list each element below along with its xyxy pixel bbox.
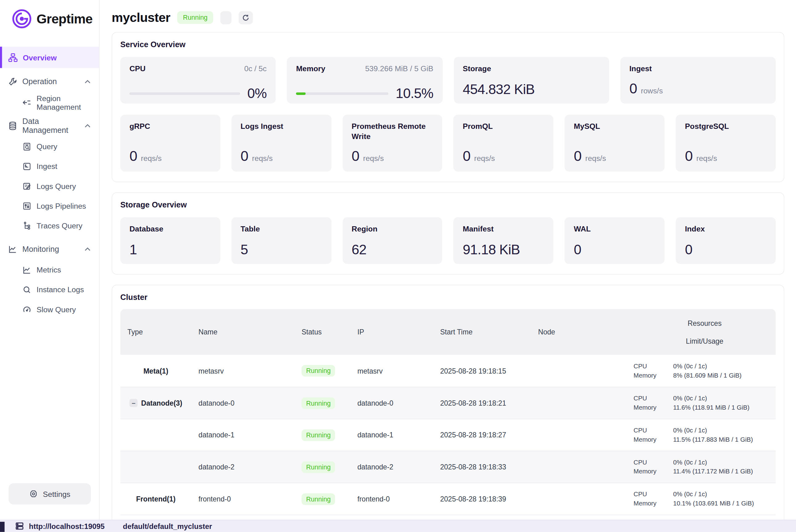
card-label: Ingest: [629, 63, 766, 74]
logs-ingest-card: Logs Ingest 0reqs/s: [231, 115, 331, 171]
table-card: Table 5: [231, 217, 331, 264]
cpu-card: CPU 0c / 5c 0%: [120, 57, 276, 103]
memory-percent: 10.5%: [396, 86, 433, 102]
sidebar-group-data-management[interactable]: Data Management: [0, 115, 99, 136]
card-value: 1: [130, 242, 211, 258]
row-start-time: 2025-08-28 19:18:27: [433, 431, 531, 439]
sidebar-item-metrics[interactable]: Metrics: [0, 260, 99, 280]
rate-unit: reqs/s: [585, 154, 606, 163]
memory-usage: 10.1% (103.691 MiB / 1 GiB): [673, 500, 776, 507]
region-card: Region 62: [342, 217, 442, 264]
row-resources: CPU 0% (0c / 1c) Memory 10.1% (103.691 M…: [626, 491, 776, 507]
sidebar-item-ingest[interactable]: Ingest: [0, 156, 99, 176]
rate-value: 0: [241, 148, 248, 165]
cpu-percent: 0%: [247, 86, 267, 102]
memory-label: Memory: [633, 436, 673, 443]
refresh-button[interactable]: [239, 11, 253, 24]
settings-label: Settings: [43, 490, 70, 498]
sidebar-item-instance-logs[interactable]: Instance Logs: [0, 280, 99, 299]
sidebar-item-label: Instance Logs: [37, 285, 84, 294]
table-bottom-divider: [120, 515, 776, 520]
sidebar-item-query[interactable]: Query: [0, 136, 99, 156]
card-label: Logs Ingest: [241, 121, 322, 132]
service-stat-row: CPU 0c / 5c 0% Memory 539.266 MiB / 5 Gi…: [120, 57, 776, 103]
service-rate-row: gRPC 0reqs/s Logs Ingest 0reqs/s Prometh…: [120, 115, 776, 171]
card-label: Prometheus Remote Write: [352, 121, 433, 142]
chevron-up-icon: [84, 123, 91, 129]
sidebar-item-logs-query[interactable]: Logs Query: [0, 176, 99, 196]
row-type: Frontend(1): [120, 495, 191, 503]
sidebar-item-label: Slow Query: [37, 305, 76, 314]
sidebar-group-monitoring[interactable]: Monitoring: [0, 239, 99, 260]
cpu-usage: 0% (0c / 1c): [673, 491, 776, 498]
sliders-icon: [22, 201, 32, 210]
sidebar-item-label: Logs Query: [37, 182, 76, 190]
row-type: Datanode(3): [141, 399, 182, 407]
card-value: 91.18 KiB: [463, 242, 545, 258]
sidebar-item-label: Ingest: [37, 162, 57, 170]
card-label: Table: [241, 224, 322, 234]
row-name: datanode-0: [191, 399, 295, 407]
card-label: CPU: [130, 63, 146, 74]
promql-card: PromQL 0reqs/s: [454, 115, 553, 171]
sidebar-item-region-management[interactable]: Region Management: [0, 93, 99, 112]
mysql-card: MySQL 0reqs/s: [565, 115, 665, 171]
sidebar-item-label: Traces Query: [37, 221, 83, 230]
cluster-title: mycluster: [112, 10, 170, 25]
memory-label: Memory: [633, 468, 673, 475]
rate-unit: reqs/s: [474, 154, 495, 163]
sidebar-item-logs-pipelines[interactable]: Logs Pipelines: [0, 196, 99, 216]
logs-query-icon: [22, 182, 32, 191]
card-label: Database: [130, 224, 211, 234]
cluster-table: Type Name Status IP Start Time Node Reso…: [120, 309, 776, 520]
traces-tree-icon: [22, 221, 32, 230]
sidebar-item-label: Logs Pipelines: [37, 202, 86, 210]
sidebar-group-operation[interactable]: Operation: [0, 71, 99, 93]
storage-overview-section: Storage Overview Database 1 Table 5 Regi…: [112, 192, 784, 274]
storage-card: Storage 454.832 KiB: [454, 57, 609, 103]
grpc-card: gRPC 0reqs/s: [120, 115, 220, 171]
section-title: Service Overview: [120, 40, 776, 49]
card-label: Manifest: [463, 224, 545, 234]
sidebar-item-slow-query[interactable]: Slow Query: [0, 300, 99, 319]
status-badge: Running: [302, 365, 335, 377]
section-title: Storage Overview: [120, 200, 776, 210]
ingest-icon: [22, 162, 32, 171]
row-ip: metasrv: [350, 367, 433, 375]
sidebar: Greptime Overview O: [0, 0, 99, 520]
memory-progress-bar: [296, 93, 388, 95]
limit-usage-header: Limit/Usage: [686, 337, 723, 345]
cpu-label: CPU: [633, 395, 673, 402]
sidebar-item-overview[interactable]: Overview: [0, 46, 99, 68]
settings-button[interactable]: Settings: [8, 483, 91, 505]
cpu-usage: 0% (0c / 1c): [673, 459, 776, 466]
memory-card: Memory 539.266 MiB / 5 GiB 10.5%: [287, 57, 442, 103]
wal-card: WAL 0: [565, 217, 665, 264]
memory-usage: 11.6% (118.91 MiB / 1 GiB): [673, 404, 776, 411]
copy-button[interactable]: [220, 11, 231, 24]
storage-card-row: Database 1 Table 5 Region 62 Manifest 91…: [120, 217, 776, 264]
sidebar-group-label: Monitoring: [22, 245, 59, 254]
rate-value: 0: [463, 148, 471, 165]
database-card: Database 1: [120, 217, 220, 264]
greptime-logo: Greptime: [0, 0, 99, 35]
cpu-usage: 0% (0c / 1c): [673, 427, 776, 434]
collapse-toggle-icon[interactable]: −: [130, 399, 137, 407]
rate-unit: reqs/s: [363, 154, 384, 163]
row-resources: CPU 0% (0c / 1c) Memory 8% (81.609 MiB /…: [626, 363, 776, 379]
cpu-limit: 0c / 5c: [244, 64, 267, 72]
table-body: Meta(1) metasrv Running metasrv 2025-08-…: [120, 355, 776, 515]
logo-wordmark: Greptime: [37, 11, 93, 26]
row-start-time: 2025-08-28 19:18:15: [433, 367, 531, 375]
card-label: PostgreSQL: [685, 121, 767, 132]
row-ip: datanode-1: [350, 431, 433, 439]
card-label: Storage: [463, 63, 600, 74]
metrics-chart-icon: [22, 265, 32, 274]
cpu-label: CPU: [633, 459, 673, 466]
sidebar-item-traces-query[interactable]: Traces Query: [0, 216, 99, 235]
table-row-metasrv: Meta(1) metasrv Running metasrv 2025-08-…: [120, 355, 776, 387]
col-node: Node: [531, 328, 626, 336]
status-badge: Running: [302, 429, 335, 441]
row-ip: datanode-0: [350, 399, 433, 407]
row-start-time: 2025-08-28 19:18:21: [433, 399, 531, 407]
